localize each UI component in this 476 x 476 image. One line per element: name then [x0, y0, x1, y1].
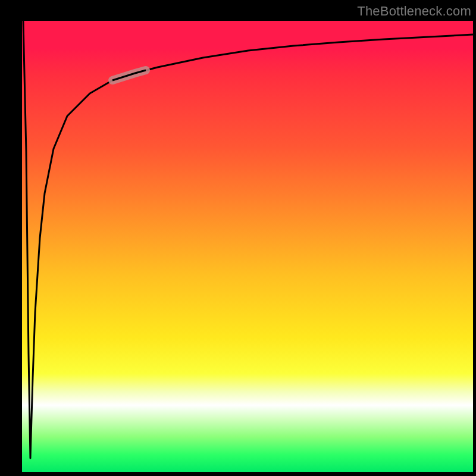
x-axis — [21, 472, 473, 473]
plot-area — [21, 21, 473, 473]
chart-stage: TheBottleneck.com — [0, 0, 476, 476]
y-axis — [21, 21, 22, 473]
watermark-text: TheBottleneck.com — [357, 4, 471, 19]
